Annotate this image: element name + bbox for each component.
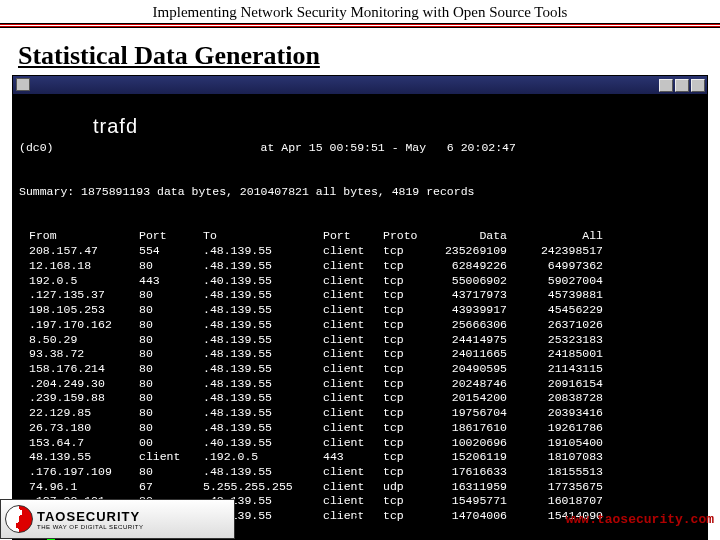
system-menu-icon[interactable] <box>16 78 30 91</box>
close-button[interactable] <box>691 79 705 92</box>
table-row: 74.96.1675.255.255.255clientudp163119591… <box>19 480 701 495</box>
stats-table: FromPortToPortProtoDataAll208.157.47554.… <box>19 229 701 523</box>
table-row: 208.157.47554.48.139.55clienttcp23526910… <box>19 244 701 259</box>
table-row: 26.73.18080.48.139.55clienttcp1861761019… <box>19 421 701 436</box>
table-row: 158.176.21480.48.139.55clienttcp20490595… <box>19 362 701 377</box>
term-line-1: (dc0) at Apr 15 00:59:51 - May 6 20:02:4… <box>19 141 701 156</box>
page-number: 33 <box>0 511 720 527</box>
maximize-button[interactable] <box>675 79 689 92</box>
terminal-body: trafd (dc0) at Apr 15 00:59:51 - May 6 2… <box>13 94 707 540</box>
table-row: 8.50.2980.48.139.55clienttcp244149752532… <box>19 333 701 348</box>
minimize-button[interactable] <box>659 79 673 92</box>
term-line-2: Summary: 1875891193 data bytes, 20104078… <box>19 185 701 200</box>
table-row: 93.38.7280.48.139.55clienttcp24011665241… <box>19 347 701 362</box>
table-row: 192.0.5443.40.139.55clienttcp55006902590… <box>19 274 701 289</box>
table-row: .176.197.10980.48.139.55clienttcp1761663… <box>19 465 701 480</box>
window-titlebar[interactable] <box>13 76 707 94</box>
table-row: 12.168.1880.48.139.55clienttcp6284922664… <box>19 259 701 274</box>
table-row: 48.139.55client.192.0.5443tcp15206119181… <box>19 450 701 465</box>
footer: TAOSECURITY THE WAY OF DIGITAL SECURITY … <box>0 498 720 540</box>
table-row: 153.64.700.40.139.55clienttcp10020696191… <box>19 436 701 451</box>
table-header: FromPortToPortProtoDataAll <box>19 229 701 244</box>
slide-top-title: Implementing Network Security Monitoring… <box>0 0 720 23</box>
table-row: .239.159.8880.48.139.55clienttcp20154200… <box>19 391 701 406</box>
table-row: 22.129.8580.48.139.55clienttcp1975670420… <box>19 406 701 421</box>
terminal-window: trafd (dc0) at Apr 15 00:59:51 - May 6 2… <box>12 75 708 540</box>
trafd-label: trafd <box>93 114 138 140</box>
table-row: 198.105.25380.48.139.55clienttcp43939917… <box>19 303 701 318</box>
section-title: Statistical Data Generation <box>0 29 720 75</box>
table-row: .127.135.3780.48.139.55clienttcp43717973… <box>19 288 701 303</box>
table-row: .197.170.16280.48.139.55clienttcp2566630… <box>19 318 701 333</box>
table-row: .204.249.3080.48.139.55clienttcp20248746… <box>19 377 701 392</box>
